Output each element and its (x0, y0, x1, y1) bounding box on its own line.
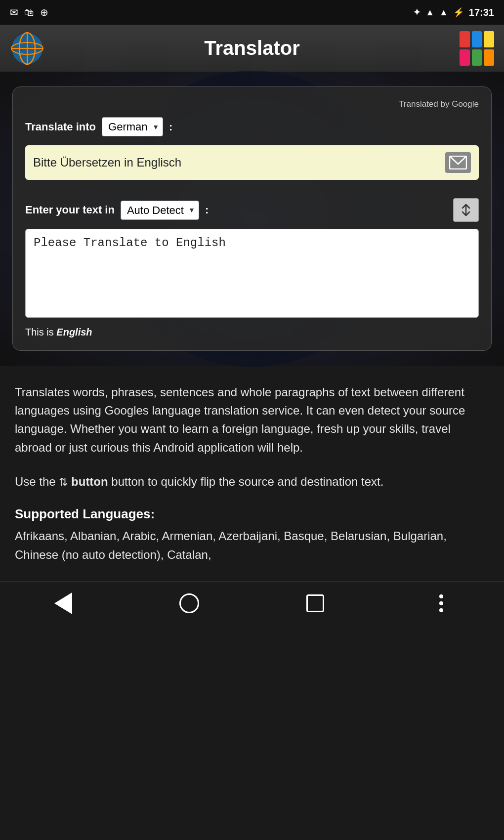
use-button-suffix: button to quickly flip the source and de… (108, 475, 384, 488)
detected-prefix: This is (25, 327, 56, 337)
status-icons-right: ✦ ▲ ▲ ⚡ 17:31 (413, 7, 494, 18)
target-language-dropdown-wrapper[interactable]: German English French Spanish (102, 117, 163, 136)
back-button[interactable] (48, 588, 78, 618)
battery-icon: ⚡ (453, 7, 464, 18)
bluetooth-icon: ✦ (413, 7, 420, 18)
source-language-dropdown[interactable]: Auto Detect English German French (121, 201, 199, 220)
supported-languages-list: Afrikaans, Albanian, Arabic, Armenian, A… (15, 527, 489, 563)
shop-icon: 🛍 (24, 7, 34, 18)
description-paragraph-1: Translates words, phrases, sentences and… (15, 383, 489, 457)
description-section: Translates words, phrases, sentences and… (0, 366, 504, 581)
detected-language-label: This is English (25, 327, 479, 338)
divider (25, 189, 479, 189)
title-bar: Translator (0, 25, 504, 72)
translated-by-label: Translated by Google (25, 99, 479, 109)
enter-text-label: Enter your text in (25, 204, 115, 216)
swap-icon (459, 203, 473, 217)
recent-button[interactable] (300, 588, 330, 618)
color-grid-icon[interactable] (460, 31, 494, 66)
android-icon: ⊕ (40, 6, 48, 18)
more-button[interactable] (426, 588, 456, 618)
translator-card: Translated by Google Translate into Germ… (12, 86, 492, 351)
swap-button[interactable] (453, 198, 479, 222)
target-language-dropdown[interactable]: German English French Spanish (102, 117, 163, 136)
globe-icon (10, 31, 44, 66)
send-button[interactable] (445, 152, 471, 173)
source-language-dropdown-wrapper[interactable]: Auto Detect English German French (121, 201, 199, 220)
wifi-icon: ▲ (425, 7, 434, 18)
detected-language-name: English (56, 327, 92, 337)
mail-icon: ✉ (10, 6, 18, 18)
grid-cell-green (472, 49, 482, 66)
colon-1: : (169, 121, 172, 133)
output-box: Bitte Übersetzen in Englisch (25, 145, 479, 180)
use-button-prefix: Use the (15, 475, 59, 488)
colon-2: : (205, 204, 209, 216)
main-area: Translated by Google Translate into Germ… (0, 72, 504, 366)
status-bar: ✉ 🛍 ⊕ ✦ ▲ ▲ ⚡ 17:31 (0, 0, 504, 25)
envelope-icon (449, 156, 467, 169)
output-text: Bitte Übersetzen in Englisch (33, 156, 439, 169)
more-icon (439, 594, 443, 612)
bottom-nav (0, 581, 504, 626)
flip-icon: ⇅ (59, 474, 68, 491)
grid-cell-red (460, 31, 470, 47)
home-icon (179, 593, 199, 613)
enter-text-row: Enter your text in Auto Detect English G… (25, 198, 479, 222)
recent-icon (306, 594, 324, 612)
signal-icon: ▲ (439, 7, 448, 18)
status-icons-left: ✉ 🛍 ⊕ (10, 6, 48, 18)
supported-languages-title: Supported Languages: (15, 506, 489, 522)
grid-cell-pink (460, 49, 470, 66)
app-title: Translator (44, 37, 460, 59)
translate-into-row: Translate into German English French Spa… (25, 117, 479, 136)
grid-cell-blue (472, 31, 482, 47)
grid-cell-orange (484, 49, 494, 66)
input-textarea[interactable]: Please Translate to English (25, 229, 479, 318)
status-time: 17:31 (469, 7, 494, 18)
grid-cell-yellow (484, 31, 494, 47)
translate-into-label: Translate into (25, 121, 96, 133)
back-icon (54, 592, 72, 614)
button-bold-label: button (68, 475, 108, 488)
home-button[interactable] (174, 588, 204, 618)
use-button-note: Use the ⇅ button button to quickly flip … (15, 472, 489, 491)
